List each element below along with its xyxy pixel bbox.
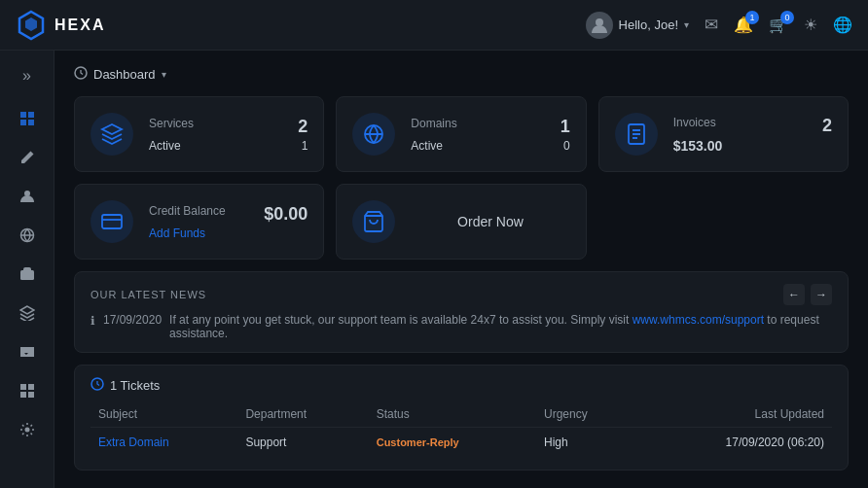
breadcrumb-icon <box>74 66 88 83</box>
news-section: OUR LATEST NEWS ← → ℹ 17/09/2020 If at a… <box>74 271 849 353</box>
col-department: Department <box>237 403 368 428</box>
order-now-label: Order Now <box>457 214 524 229</box>
sidebar: » <box>0 51 54 488</box>
cards-row-1: Services 2 Active 1 Domains <box>74 96 849 172</box>
breadcrumb-label[interactable]: Dashboard <box>93 67 156 82</box>
cart-badge: 0 <box>780 11 794 24</box>
credit-card-title: Credit Balance <box>149 204 226 221</box>
domains-card-icon <box>352 113 395 156</box>
user-dropdown-caret: ▾ <box>684 19 689 30</box>
tickets-section: 1 Tickets Subject Department Status Urge… <box>74 365 849 471</box>
table-row: Extra Domain Support Customer-Reply High… <box>90 428 832 458</box>
domains-active-num: 0 <box>563 139 570 153</box>
news-date: 17/09/2020 <box>103 313 162 327</box>
user-name: Hello, Joe! <box>619 17 678 32</box>
news-header: OUR LATEST NEWS ← → <box>90 284 832 305</box>
services-card-count: 2 <box>298 117 307 137</box>
ticket-department: Support <box>237 428 368 458</box>
col-status: Status <box>369 403 536 428</box>
language-icon[interactable]: 🌐 <box>833 16 852 34</box>
news-next-button[interactable]: → <box>811 284 832 305</box>
breadcrumb: Dashboard ▾ <box>74 66 849 83</box>
notification-icon[interactable]: 🔔 1 <box>734 16 753 34</box>
main-content: Dashboard ▾ Services 2 Active 1 <box>54 51 868 488</box>
ticket-subject-link[interactable]: Extra Domain <box>98 436 169 449</box>
news-link[interactable]: www.whmcs.com/support <box>633 313 764 327</box>
tickets-header-icon <box>90 377 104 394</box>
main-layout: » <box>0 51 868 488</box>
order-now-card[interactable]: Order Now <box>336 184 586 260</box>
avatar <box>586 12 613 39</box>
svg-rect-6 <box>20 384 26 390</box>
cards-row-2: Credit Balance $0.00 Add Funds Order Now <box>74 184 849 260</box>
sidebar-item-billing[interactable] <box>10 257 45 292</box>
col-last-updated: Last Updated <box>637 403 832 428</box>
domains-card-title: Domains <box>411 117 456 133</box>
svg-marker-1 <box>25 17 37 31</box>
invoices-card-icon <box>615 113 658 156</box>
sidebar-item-edit[interactable] <box>10 140 45 175</box>
col-subject: Subject <box>90 403 237 428</box>
svg-rect-7 <box>28 384 34 390</box>
mail-icon[interactable]: ✉ <box>705 15 718 35</box>
news-item: ℹ 17/09/2020 If at any point you get stu… <box>90 313 832 340</box>
svg-rect-5 <box>20 270 34 280</box>
top-navigation: HEXA Hello, Joe! ▾ ✉ 🔔 1 🛒 0 ☀ 🌐 <box>0 0 868 51</box>
services-card-icon <box>90 113 133 156</box>
services-card-title: Services <box>149 117 194 133</box>
invoices-amount: $153.00 <box>673 138 723 154</box>
invoices-card-count: 2 <box>822 116 832 136</box>
sidebar-item-grid[interactable] <box>10 373 45 408</box>
cart-icon[interactable]: 🛒 0 <box>769 16 788 34</box>
logo-text: HEXA <box>54 17 105 34</box>
svg-point-10 <box>24 428 29 433</box>
tickets-table: Subject Department Status Urgency Last U… <box>90 403 832 458</box>
sidebar-item-settings[interactable] <box>10 412 45 447</box>
services-card[interactable]: Services 2 Active 1 <box>74 96 324 172</box>
svg-rect-8 <box>20 392 26 398</box>
order-card-info: Order Now <box>411 214 569 229</box>
sidebar-item-layers[interactable] <box>10 296 45 331</box>
invoices-card-title: Invoices <box>673 116 716 132</box>
col-urgency: Urgency <box>536 403 637 428</box>
breadcrumb-caret: ▾ <box>162 69 166 80</box>
news-prev-button[interactable]: ← <box>783 284 805 305</box>
services-active-label: Active <box>149 139 181 153</box>
tickets-table-body: Extra Domain Support Customer-Reply High… <box>90 428 832 458</box>
logo-area[interactable]: HEXA <box>16 10 105 41</box>
tickets-table-head: Subject Department Status Urgency Last U… <box>90 403 832 428</box>
services-active-num: 1 <box>302 139 308 153</box>
ticket-last-updated: 17/09/2020 (06:20) <box>637 428 832 458</box>
credit-amount: $0.00 <box>264 204 307 225</box>
credit-card-info: Credit Balance $0.00 Add Funds <box>149 204 307 240</box>
user-menu[interactable]: Hello, Joe! ▾ <box>586 12 689 39</box>
sidebar-toggle[interactable]: » <box>10 58 45 93</box>
domains-card[interactable]: Domains 1 Active 0 <box>336 96 586 172</box>
order-card-icon <box>352 200 395 243</box>
invoices-card-sub: $153.00 <box>673 138 832 154</box>
invoices-card[interactable]: Invoices 2 $153.00 <box>598 96 849 172</box>
domains-card-count: 1 <box>561 117 570 137</box>
ticket-urgency: High <box>536 428 637 458</box>
domains-active-label: Active <box>411 139 443 153</box>
sidebar-item-account[interactable] <box>10 179 45 214</box>
sidebar-item-inbox[interactable] <box>10 334 45 369</box>
theme-icon[interactable]: ☀ <box>804 16 817 34</box>
svg-rect-9 <box>28 392 34 398</box>
card-spacer <box>598 184 849 260</box>
news-navigation: ← → <box>783 284 832 305</box>
services-card-sub: Active 1 <box>149 139 307 153</box>
domains-card-sub: Active 0 <box>411 139 569 153</box>
tickets-header: 1 Tickets <box>90 377 832 394</box>
ticket-status-link[interactable]: Customer-Reply <box>377 436 459 448</box>
svg-point-2 <box>596 18 603 26</box>
add-funds-label: Add Funds <box>149 227 205 240</box>
news-info-icon: ℹ <box>90 314 95 328</box>
credit-balance-card[interactable]: Credit Balance $0.00 Add Funds <box>74 184 324 260</box>
domains-card-info: Domains 1 Active 0 <box>411 117 569 153</box>
logo-icon <box>16 10 47 41</box>
sidebar-item-globe[interactable] <box>10 218 45 253</box>
sidebar-item-dashboard[interactable] <box>10 101 45 136</box>
ticket-status: Customer-Reply <box>369 428 536 458</box>
services-card-info: Services 2 Active 1 <box>149 117 307 153</box>
